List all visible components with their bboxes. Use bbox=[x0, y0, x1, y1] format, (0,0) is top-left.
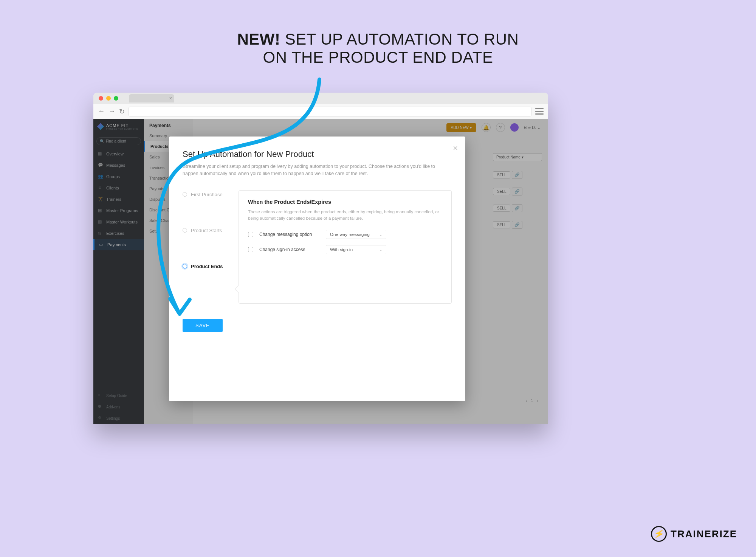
option-messaging: Change messaging option One-way messagin… bbox=[248, 230, 442, 239]
chevron-down-icon: ⌄ bbox=[379, 248, 382, 252]
automation-modal: × Set Up Automation for New Product Stre… bbox=[169, 137, 465, 401]
radio-icon bbox=[183, 264, 187, 268]
marketing-headline: NEW! SET UP AUTOMATION TO RUN ON THE PRO… bbox=[0, 0, 756, 67]
modal-description: Streamline your client setup and program… bbox=[183, 163, 440, 177]
reload-icon[interactable]: ↻ bbox=[119, 107, 125, 116]
browser-menu-icon[interactable] bbox=[535, 108, 544, 115]
headline-line2: ON THE PRODUCT END DATE bbox=[263, 48, 493, 66]
browser-titlebar: × bbox=[93, 93, 548, 104]
step-first-purchase[interactable]: First Purchase bbox=[183, 192, 232, 197]
headline-strong: NEW! bbox=[237, 30, 280, 48]
step-panel: When the Product Ends/Expires These acti… bbox=[239, 190, 452, 304]
panel-heading: When the Product Ends/Expires bbox=[248, 199, 442, 205]
step-product-starts[interactable]: Product Starts bbox=[183, 228, 232, 233]
modal-title: Set Up Automation for New Product bbox=[183, 149, 452, 159]
signin-checkbox[interactable] bbox=[248, 247, 253, 252]
chevron-down-icon: ⌄ bbox=[379, 233, 382, 237]
trainerize-wordmark: TRAINERIZE bbox=[671, 528, 737, 540]
browser-window: × ← → ↻ ACME FIT FITNESS FOR EVERYONE 🔍 … bbox=[93, 93, 548, 424]
option-signin: Change sign-in access With sign-in⌄ bbox=[248, 245, 442, 254]
messaging-select[interactable]: One-way messaging⌄ bbox=[326, 230, 386, 239]
url-input[interactable] bbox=[129, 107, 531, 116]
step-product-ends[interactable]: Product Ends bbox=[183, 264, 232, 269]
signin-label: Change sign-in access bbox=[259, 247, 320, 252]
messaging-label: Change messaging option bbox=[259, 232, 320, 237]
trainerize-badge: ⚡ TRAINERIZE bbox=[651, 526, 737, 542]
window-min-dot[interactable] bbox=[106, 96, 111, 101]
save-button[interactable]: SAVE bbox=[183, 319, 223, 332]
window-max-dot[interactable] bbox=[114, 96, 118, 101]
trainerize-logo-icon: ⚡ bbox=[651, 526, 667, 542]
headline-line1: SET UP AUTOMATION TO RUN bbox=[280, 30, 519, 48]
modal-close-icon[interactable]: × bbox=[453, 143, 458, 153]
radio-icon bbox=[183, 192, 187, 197]
browser-toolbar: ← → ↻ bbox=[93, 104, 548, 119]
wizard: First Purchase Product Starts Product En… bbox=[183, 190, 452, 304]
browser-tab[interactable]: × bbox=[129, 94, 174, 102]
signin-select[interactable]: With sign-in⌄ bbox=[326, 245, 386, 254]
app-shell: ACME FIT FITNESS FOR EVERYONE 🔍 Find a c… bbox=[93, 119, 548, 424]
window-close-dot[interactable] bbox=[99, 96, 103, 101]
radio-icon bbox=[183, 228, 187, 233]
back-icon[interactable]: ← bbox=[98, 107, 105, 115]
messaging-checkbox[interactable] bbox=[248, 232, 253, 237]
forward-icon[interactable]: → bbox=[108, 107, 115, 115]
wizard-steps: First Purchase Product Starts Product En… bbox=[183, 190, 232, 304]
tab-close-icon[interactable]: × bbox=[169, 95, 172, 101]
panel-description: These actions are triggered when the pro… bbox=[248, 209, 442, 222]
